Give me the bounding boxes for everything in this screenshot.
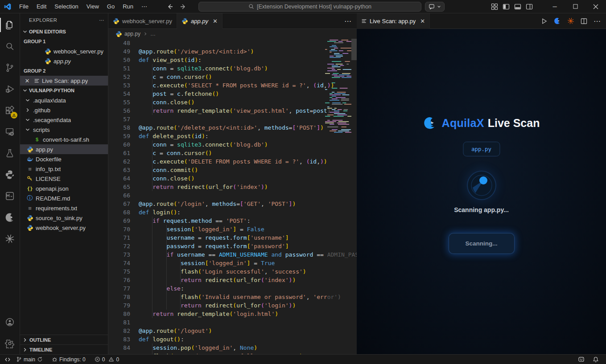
tree-item-dockerfile[interactable]: Dockerfile	[20, 154, 108, 164]
list-icon	[34, 78, 40, 84]
tree-item-source-to-sink.py[interactable]: source_to_sink.py	[20, 213, 108, 223]
activity-account-icon[interactable]	[0, 311, 20, 333]
activity-starburst-icon[interactable]	[0, 228, 20, 249]
panel-title: Live Scan	[488, 117, 540, 130]
aquilax-logo-icon	[423, 116, 437, 130]
activity-aquilax-icon[interactable]	[0, 207, 20, 228]
close-icon[interactable]: ✕	[24, 78, 31, 84]
txt-file-icon: ≡	[26, 166, 33, 172]
maximize-button[interactable]	[565, 0, 585, 13]
activity-source-control-icon[interactable]	[0, 57, 20, 78]
editor-group: webhook_server.pyapp.py✕ ⋯ app.py … 4849…	[108, 13, 357, 354]
explorer-title: EXPLORER	[29, 17, 57, 23]
code-line-51: 51 conn = sqlite3.connect('blog.db')	[108, 64, 357, 73]
editor-scrollbar[interactable]	[351, 39, 357, 60]
list-icon	[361, 18, 367, 24]
scanning-button[interactable]: Scanning...	[449, 233, 515, 254]
split-editor-icon[interactable]	[581, 18, 587, 25]
close-tab-icon[interactable]: ✕	[213, 18, 218, 25]
code-line-80: 80 return render_template('login.html')	[108, 310, 357, 318]
nav-back-icon[interactable]	[166, 3, 173, 10]
toggle-panel-icon[interactable]	[514, 3, 521, 10]
nav-forward-icon[interactable]	[180, 3, 187, 10]
activity-extensions-icon[interactable]: ⚠	[0, 100, 20, 121]
code-line-82: 82@app.route('/logout')	[108, 327, 357, 335]
tree-item-openapi.json[interactable]: {}openapi.json	[20, 184, 108, 193]
tree-item-requirements.txt[interactable]: ≡requirements.txt	[20, 203, 108, 213]
copilot-button[interactable]	[425, 2, 445, 12]
menu-selection[interactable]: Selection	[50, 2, 82, 12]
tree-item-scripts[interactable]: scripts	[20, 125, 108, 135]
editor-more-icon[interactable]: ⋯	[594, 17, 601, 25]
aquilax-icon[interactable]	[554, 17, 561, 25]
activity-bar: ⚠	[0, 13, 20, 354]
tree-item-app.py[interactable]: app.py	[20, 144, 108, 154]
activity-run-debug-icon[interactable]	[0, 78, 20, 100]
close-tab-icon[interactable]: ✕	[420, 18, 425, 25]
starburst-icon[interactable]	[567, 17, 574, 25]
sync-icon	[37, 356, 43, 362]
menu-go[interactable]: Go	[103, 2, 119, 12]
menu-file[interactable]: File	[15, 2, 33, 12]
activity-search-icon[interactable]	[0, 36, 20, 57]
menu-overflow[interactable]: ⋯	[137, 2, 151, 12]
branch-icon	[16, 356, 22, 362]
scan-status-text: Scanning app.py...	[357, 206, 606, 213]
code-line-85: 85 flash('Logged out successfully', 'suc…	[108, 352, 357, 354]
tree-item-info-tp.txt[interactable]: ≡info_tp.txt	[20, 164, 108, 174]
tab-webhook_server.py[interactable]: webhook_server.py	[108, 13, 177, 29]
notifications-bell-icon[interactable]	[590, 355, 602, 364]
code-line-66: 66	[108, 191, 357, 200]
workspace-section[interactable]: VULNAPP-PYTHON	[20, 86, 108, 95]
menu-edit[interactable]: Edit	[33, 2, 50, 12]
tree-item-.secagent-data[interactable]: .secagent\data	[20, 115, 108, 125]
python-file-icon	[113, 18, 120, 25]
close-button[interactable]	[585, 0, 606, 13]
activity-markdown-box-icon[interactable]	[0, 185, 20, 207]
tree-item-webhook-server.py[interactable]: webhook_server.py	[20, 223, 108, 233]
feedback-icon[interactable]	[575, 355, 587, 364]
menu-view[interactable]: View	[82, 2, 103, 12]
open-editor-item[interactable]: webhook_server.py	[20, 46, 108, 56]
code-line-74: 74 session['logged_in'] = True	[108, 259, 357, 267]
code-line-52: 52 c = conn.cursor()	[108, 73, 357, 81]
tabbar-more-icon[interactable]: ⋯	[344, 17, 351, 25]
scan-tab-bar: Live Scan: app.py ✕ ⋯	[357, 13, 606, 29]
tree-item-convert-to-sarif.sh[interactable]: $convert-to-sarif.sh	[20, 135, 108, 144]
activity-python-icon[interactable]	[0, 164, 20, 185]
breadcrumb[interactable]: app.py …	[108, 29, 357, 39]
run-icon[interactable]	[541, 18, 548, 25]
tree-item-.aquilax-data[interactable]: .aquilax\data	[20, 95, 108, 105]
tree-item-readme.md[interactable]: ⓘREADME.md	[20, 193, 108, 203]
activity-testing-icon[interactable]	[0, 143, 20, 164]
tab-app.py[interactable]: app.py✕	[177, 13, 223, 29]
timeline-section[interactable]: TIMELINE	[20, 344, 108, 354]
problems-status[interactable]: 0 0	[92, 355, 122, 364]
open-editors-section[interactable]: OPEN EDITORS	[20, 27, 108, 37]
outline-section[interactable]: OUTLINE	[20, 335, 108, 344]
command-center-search[interactable]: [Extension Development Host] vulnapp-pyt…	[198, 2, 421, 12]
menu-run[interactable]: Run	[119, 2, 137, 12]
activity-remote-explorer-icon[interactable]	[0, 121, 20, 143]
brand-name: AquilaX	[442, 117, 484, 130]
tree-item-.github[interactable]: .github	[20, 105, 108, 115]
tab-live-scan[interactable]: Live Scan: app.py ✕	[357, 13, 430, 29]
menu-bar: FileEditSelectionViewGoRun	[15, 2, 137, 12]
git-branch-status[interactable]: main	[13, 355, 45, 364]
toggle-secondary-sidebar-icon[interactable]	[526, 3, 533, 10]
toggle-sidebar-icon[interactable]	[503, 3, 510, 10]
remote-indicator[interactable]	[0, 355, 13, 364]
minimap[interactable]	[325, 39, 351, 133]
open-editor-item[interactable]: app.py	[20, 56, 108, 66]
tree-item-license[interactable]: LICENSE	[20, 174, 108, 184]
activity-files-icon[interactable]	[0, 14, 20, 36]
open-editor-item[interactable]: ✕Live Scan: app.py	[20, 76, 108, 86]
explorer-more-icon[interactable]: ⋯	[99, 17, 104, 23]
findings-status[interactable]: Findings: 0	[49, 355, 88, 364]
code-editor[interactable]: 4849@app.route('/view_post/<int:id>')50d…	[108, 39, 357, 354]
chevron-down-icon	[22, 29, 28, 35]
minimize-button[interactable]: ─	[544, 0, 565, 13]
code-line-60: 60 conn = sqlite3.connect('blog.db')	[108, 140, 357, 149]
customize-layout-icon[interactable]	[491, 3, 498, 10]
activity-settings-icon[interactable]	[0, 333, 20, 354]
